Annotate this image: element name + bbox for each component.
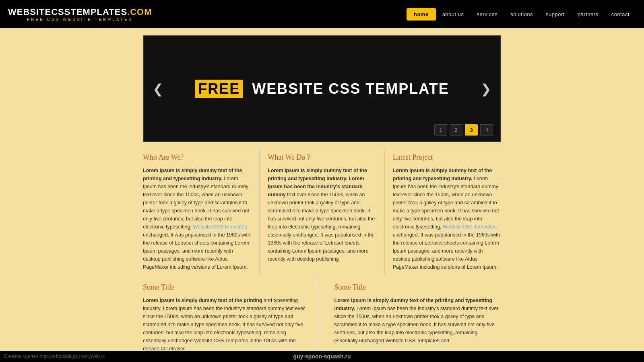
logo: WEBSITECSSTEMPLATES.com FREE CSS WEBSITE… [8, 7, 152, 22]
col-latest-project: Latest Project Lorem Ipsum is simply dum… [393, 149, 501, 275]
col-what-we-do: What We Do ? Lorem Ipsum is simply dummy… [268, 149, 384, 275]
col1-link[interactable]: Website CSS Templates [193, 224, 247, 230]
nav-item-partners[interactable]: partners [571, 8, 605, 21]
footer-watermark: Снимок сделан http://addcatalogs.manyweb… [4, 354, 293, 359]
col1-text: Lorem Ipsum is simply dummy text of the … [143, 167, 251, 271]
col2-text1: text ever since the 1500s, when an unkno… [268, 192, 375, 262]
slide-dot-1[interactable]: 1 [434, 124, 447, 136]
s2-col1-heading: Some Title [143, 283, 310, 292]
main-content: Who Are We? Lorem Ipsum is simply dummy … [143, 149, 501, 362]
logo-dot: .com [127, 7, 152, 17]
slide-dot-3[interactable]: 3 [465, 124, 478, 136]
slider-pagination: 1 2 3 4 [434, 124, 493, 136]
main-nav: home about us services solutions support… [407, 8, 636, 21]
nav-item-contact[interactable]: contact [605, 8, 636, 21]
col-some-title-2: Some Title Lorem Ipsum is simply dummy t… [334, 279, 502, 357]
s2-col1-text: Lorem Ipsum is simply dummy text of the … [143, 296, 310, 353]
slide-dot-2[interactable]: 2 [450, 124, 462, 136]
nav-item-services[interactable]: services [471, 8, 504, 21]
slide-dot-4[interactable]: 4 [480, 124, 493, 136]
logo-tagline: FREE CSS WEBSITE TEMPLATES [8, 17, 152, 22]
slider-title-text: WEBSITE CSS TEMPLATE [247, 80, 449, 97]
col-who-are-we: Who Are We? Lorem Ipsum is simply dummy … [143, 149, 260, 275]
slider-wrapper: ❮ FREE WEBSITE CSS TEMPLATE ❯ 1 2 3 4 [143, 35, 501, 142]
col3-text: Lorem Ipsum is simply dummy text of the … [393, 167, 501, 271]
col2-heading: What We Do ? [268, 153, 376, 162]
col3-text2: unchanged. It was popularised in the 196… [393, 232, 500, 270]
s2-col1-text1: and typesetting industry. Lorem Ipsum ha… [143, 298, 305, 352]
slider-next-button[interactable]: ❯ [477, 77, 495, 101]
s2-col1-bold: Lorem Ipsum is simply dummy text of the … [143, 298, 262, 303]
nav-item-about[interactable]: about us [436, 8, 471, 21]
s2-col2-text: Lorem Ipsum is simply dummy text of the … [334, 296, 502, 345]
footer-domain: guy-spoon-squash.ru [293, 353, 351, 360]
header: WEBSITECSSTEMPLATES.com FREE CSS WEBSITE… [0, 0, 644, 28]
footer-bar: Снимок сделан http://addcatalogs.manyweb… [0, 351, 644, 362]
slider-prev-button[interactable]: ❮ [149, 77, 167, 101]
col1-heading: Who Are We? [143, 153, 251, 162]
col1-text1: Lorem Ipsum has been the industry's stan… [143, 176, 249, 230]
slider: ❮ FREE WEBSITE CSS TEMPLATE ❯ 1 2 3 4 [143, 35, 501, 142]
logo-text: WEBSITECSSTEMPLATES.com [8, 7, 152, 17]
section-row-2: Some Title Lorem Ipsum is simply dummy t… [143, 279, 501, 357]
s2-col2-text1: Lorem Ipsum has been the industry's stan… [334, 306, 499, 343]
col3-heading: Latest Project [393, 153, 501, 162]
col3-link[interactable]: Website CSS Templates [443, 224, 497, 230]
free-badge: FREE [195, 80, 243, 98]
col-some-title-1: Some Title Lorem Ipsum is simply dummy t… [143, 279, 318, 357]
nav-item-home[interactable]: home [407, 8, 436, 21]
slider-title: FREE WEBSITE CSS TEMPLATE [195, 80, 449, 98]
nav-item-support[interactable]: support [539, 8, 571, 21]
s2-col2-heading: Some Title [334, 283, 502, 292]
col2-text: Lorem Ipsum is simply dummy text of the … [268, 167, 376, 263]
col1-text2: unchanged. It was popularised in the 196… [143, 232, 250, 270]
col3-text1: Lorem Ipsum has been the industry's stan… [393, 176, 499, 230]
section-row-1: Who Are We? Lorem Ipsum is simply dummy … [143, 149, 501, 275]
nav-item-solutions[interactable]: solutions [504, 8, 539, 21]
